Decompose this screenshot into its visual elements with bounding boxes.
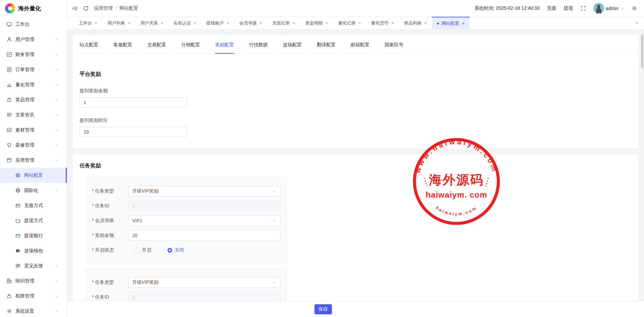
field-input[interactable] bbox=[80, 97, 187, 107]
tab-item[interactable]: 实名认证× bbox=[168, 17, 201, 29]
subtab-item[interactable]: 邮箱配置 bbox=[351, 35, 369, 54]
subtab-item[interactable]: 波场配置 bbox=[283, 35, 302, 54]
close-icon[interactable]: × bbox=[391, 21, 394, 25]
finance-icon bbox=[6, 52, 12, 57]
sidebar-item-recharge-method[interactable]: 充值方式 bbox=[0, 198, 67, 213]
tab-item[interactable]: 工作台× bbox=[74, 17, 102, 29]
tab-label: 量化记录 bbox=[338, 20, 356, 26]
radio-group: 开启关闭 bbox=[128, 247, 184, 253]
field-select[interactable]: 升级VIP奖励 bbox=[128, 277, 281, 288]
sidebar-item-workbench[interactable]: 工作台 bbox=[0, 17, 67, 32]
subtab-item[interactable]: 客服配置 bbox=[113, 35, 132, 54]
close-icon[interactable]: × bbox=[95, 21, 97, 25]
sidebar-item-feedback[interactable]: 意见反馈 bbox=[0, 258, 67, 273]
field-select[interactable]: 升级VIP奖励 bbox=[128, 186, 281, 197]
tab-item[interactable]: 奖品列表× bbox=[399, 17, 432, 29]
field-label: * 奖励金额 bbox=[92, 232, 128, 239]
sidebar-item-decoration[interactable]: 装修管理 bbox=[0, 138, 67, 153]
recharge-button[interactable]: 充值 bbox=[547, 5, 556, 11]
tab-item[interactable]: 充值记录× bbox=[267, 17, 300, 29]
refresh-button[interactable] bbox=[83, 5, 89, 11]
sidebar-item-finance[interactable]: 财务管理 bbox=[0, 47, 67, 62]
fullscreen-icon[interactable] bbox=[581, 6, 586, 11]
close-icon[interactable]: × bbox=[194, 21, 196, 25]
user-menu[interactable]: admin bbox=[593, 3, 624, 14]
sidebar-item-organization[interactable]: 组织管理 bbox=[0, 273, 67, 288]
field-input[interactable] bbox=[80, 127, 187, 137]
config-subtabs: 站点配置客服配置交易配置分销配置奖励配置行情数据波场配置翻译配置邮箱配置国家区号 bbox=[73, 35, 638, 54]
sidebar-item-quant[interactable]: 量化管理 bbox=[0, 77, 67, 92]
sidebar-item-orders[interactable]: 订单管理 bbox=[0, 62, 67, 77]
tab-item[interactable]: 提现账户× bbox=[201, 17, 234, 29]
breadcrumb-item[interactable]: 应用管理 bbox=[94, 5, 113, 11]
tab-label: 奖品列表 bbox=[404, 20, 422, 26]
sidebar-item-withdraw-method[interactable]: 提现方式 bbox=[0, 213, 67, 228]
section-title: 平台奖励 bbox=[80, 71, 632, 78]
chevron-down-icon bbox=[272, 280, 277, 285]
radio-option[interactable]: 关闭 bbox=[167, 247, 184, 253]
tab-item[interactable]: 用户关系× bbox=[135, 17, 168, 29]
sidebar-item-permission[interactable]: 权限管理 bbox=[0, 288, 67, 304]
tabs-dropdown-chevron-icon[interactable] bbox=[635, 21, 639, 25]
platform-reward-card: 站点配置客服配置交易配置分销配置奖励配置行情数据波场配置翻译配置邮箱配置国家区号… bbox=[73, 35, 638, 148]
sidebar-item-tron-wallet[interactable]: 波场钱包 bbox=[0, 243, 67, 258]
sidebar-item-withdraw-bank[interactable]: 提现银行 bbox=[0, 228, 67, 243]
tab-item[interactable]: 量化记录× bbox=[333, 17, 366, 29]
radio-option[interactable]: 开启 bbox=[135, 247, 151, 253]
field-input[interactable] bbox=[128, 230, 281, 241]
close-icon[interactable]: × bbox=[424, 21, 427, 25]
sidebar-item-label: 网站配置 bbox=[24, 172, 43, 178]
field-label: * 任务ID bbox=[92, 294, 128, 300]
tab-label: 工作台 bbox=[79, 20, 92, 26]
sidebar-item-articles[interactable]: 文章资讯 bbox=[0, 107, 67, 122]
subtab-item[interactable]: 交易配置 bbox=[147, 35, 166, 54]
breadcrumb-item[interactable]: 网站配置 bbox=[119, 5, 138, 11]
settings-gear-icon[interactable] bbox=[632, 5, 637, 11]
close-icon[interactable]: × bbox=[358, 21, 361, 25]
sidebar-item-users[interactable]: 用户管理 bbox=[0, 32, 67, 47]
tab-item[interactable]: 资金明细× bbox=[300, 17, 333, 29]
select-value: VIP2 bbox=[132, 218, 142, 223]
scrollbar-thumb[interactable] bbox=[641, 34, 643, 68]
active-tab-dot bbox=[437, 22, 439, 24]
tab-item[interactable]: 用户列表× bbox=[102, 17, 135, 29]
close-icon[interactable]: × bbox=[128, 21, 130, 25]
chevron-down-icon bbox=[55, 264, 59, 268]
subtab-item[interactable]: 翻译配置 bbox=[317, 35, 336, 54]
withdraw-button[interactable]: 提现 bbox=[564, 5, 573, 11]
sidebar-item-label: 文章资讯 bbox=[15, 112, 34, 118]
collapse-sidebar-button[interactable] bbox=[72, 5, 78, 11]
sidebar-item-prizes[interactable]: 奖品管理 bbox=[0, 92, 67, 107]
sidebar-item-system[interactable]: 系统设置 bbox=[0, 304, 67, 317]
sidebar-item-label: 系统设置 bbox=[15, 308, 34, 314]
wallet-icon bbox=[15, 248, 21, 254]
chevron-down-icon bbox=[55, 309, 59, 313]
tab-item[interactable]: 网站配置× bbox=[432, 17, 469, 29]
avatar[interactable] bbox=[593, 3, 604, 14]
subtab-item[interactable]: 站点配置 bbox=[80, 35, 98, 54]
close-icon[interactable]: × bbox=[160, 21, 163, 25]
save-button[interactable]: 保存 bbox=[314, 304, 332, 314]
tab-item[interactable]: 量化货币× bbox=[366, 17, 399, 29]
app-logo[interactable]: 海外量化 bbox=[0, 0, 67, 17]
subtab-item[interactable]: 行情数据 bbox=[249, 35, 268, 54]
subtab-item[interactable]: 分销配置 bbox=[181, 35, 200, 54]
sidebar-item-materials[interactable]: 素材管理 bbox=[0, 122, 67, 138]
tab-label: 提现账户 bbox=[206, 20, 224, 26]
tab-label: 会员等级 bbox=[239, 20, 257, 26]
chevron-down-icon bbox=[55, 189, 59, 193]
website-icon bbox=[15, 172, 21, 178]
field-select[interactable]: VIP2 bbox=[128, 215, 281, 226]
close-icon[interactable]: × bbox=[292, 21, 295, 25]
close-icon[interactable]: × bbox=[325, 21, 328, 25]
sidebar-item-apps[interactable]: 应用管理 bbox=[0, 153, 67, 168]
subtab-item[interactable]: 奖励配置 bbox=[215, 35, 234, 54]
sidebar-item-site-config[interactable]: 网站配置 bbox=[0, 168, 67, 183]
close-icon[interactable]: × bbox=[462, 21, 464, 26]
close-icon[interactable]: × bbox=[259, 21, 262, 25]
tab-bar: 工作台×用户列表×用户关系×实名认证×提现账户×会员等级×充值记录×资金明细×量… bbox=[67, 17, 644, 30]
subtab-item[interactable]: 国家区号 bbox=[385, 35, 403, 54]
close-icon[interactable]: × bbox=[227, 21, 229, 25]
sidebar-item-i18n[interactable]: 国际化 bbox=[0, 183, 67, 198]
tab-item[interactable]: 会员等级× bbox=[234, 17, 267, 29]
